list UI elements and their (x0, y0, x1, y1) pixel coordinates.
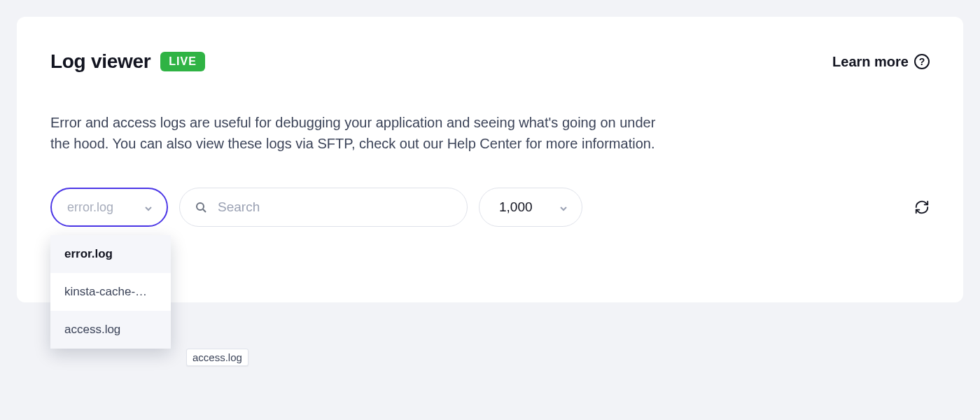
chevron-down-icon (144, 203, 153, 211)
controls-row: error.log 1,000 (50, 188, 930, 227)
svg-point-0 (197, 203, 204, 210)
chevron-down-icon (559, 203, 568, 211)
help-icon: ? (914, 54, 930, 69)
live-badge: LIVE (160, 52, 205, 71)
search-input[interactable] (218, 200, 451, 215)
log-file-dropdown: error.log kinsta-cache-… access.log (50, 235, 171, 349)
learn-more-link[interactable]: Learn more ? (832, 54, 930, 70)
dropdown-option-error-log[interactable]: error.log (50, 235, 171, 273)
svg-line-1 (203, 209, 206, 212)
dropdown-option-access-log[interactable]: access.log (50, 311, 171, 349)
dropdown-option-kinsta-cache[interactable]: kinsta-cache-… (50, 273, 171, 311)
learn-more-label: Learn more (832, 54, 909, 70)
line-count-select[interactable]: 1,000 (479, 188, 582, 227)
search-field-wrapper[interactable] (179, 188, 468, 227)
line-count-value: 1,000 (499, 200, 533, 215)
page-title: Log viewer (50, 50, 150, 73)
description-text: Error and access logs are useful for deb… (50, 112, 666, 154)
log-file-select[interactable]: error.log (50, 188, 168, 227)
refresh-button[interactable] (914, 200, 930, 215)
log-file-select-value: error.log (67, 200, 113, 215)
search-icon (195, 202, 206, 213)
header-row: Log viewer LIVE Learn more ? (50, 50, 930, 73)
dropdown-tooltip: access.log (186, 349, 248, 366)
title-group: Log viewer LIVE (50, 50, 205, 73)
log-viewer-card: Log viewer LIVE Learn more ? Error and a… (17, 17, 963, 302)
